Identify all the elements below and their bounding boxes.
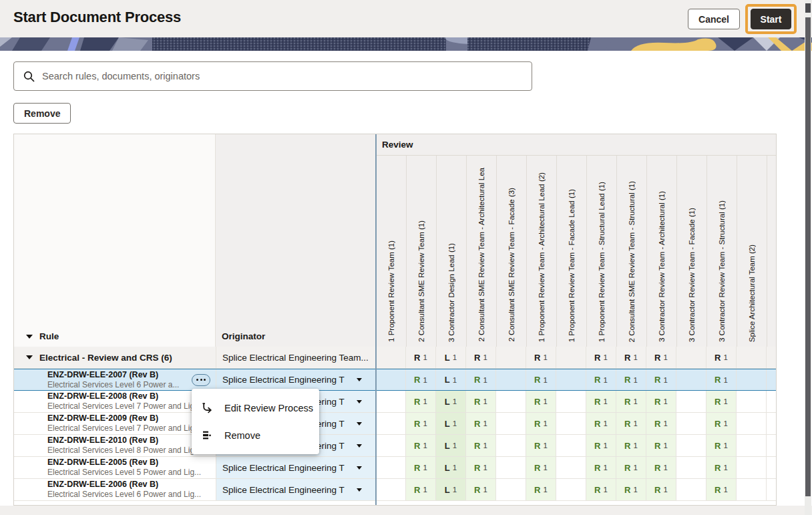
table-row[interactable]: ENZ-DRW-ELE-2007 (Rev B)Electrical Servi… (14, 369, 776, 391)
review-cell-filler (766, 369, 776, 390)
review-value-letter: R (624, 441, 630, 451)
review-value-count: 1 (603, 486, 607, 494)
group-expand-arrow-icon[interactable] (26, 355, 33, 359)
review-value-count: 1 (723, 464, 727, 472)
review-value-letter: R (624, 485, 630, 495)
review-column-label: Splice Architectural Team (2) (748, 244, 756, 342)
menu-item-label: Edit Review Process (224, 403, 313, 413)
table-row[interactable]: ENZ-DRW-ELE-2008 (Rev B)Electrical Servi… (14, 391, 776, 413)
review-column-label: 2 Consultant SME Review Team (1) (417, 220, 425, 342)
table-row[interactable]: ENZ-DRW-ELE-2006 (Rev B)Electrical Servi… (14, 479, 776, 501)
review-cell: R1 (646, 479, 676, 500)
review-cell: R1 (706, 435, 736, 456)
review-column-header: 2 Consultant SME Review Team - Structura… (617, 156, 647, 347)
review-value-count: 1 (633, 419, 637, 427)
review-value-count: 1 (633, 464, 637, 472)
review-value-count: 1 (633, 397, 637, 405)
originator-select[interactable]: Splice Electrical Engineering T (216, 479, 375, 500)
review-value-letter: R (534, 485, 540, 495)
search-icon (23, 71, 35, 82)
review-cell: R1 (616, 413, 646, 434)
review-value-letter: R (594, 485, 600, 495)
review-column-label: 3 Contractor Design Lead (1) (447, 243, 455, 342)
review-cell: L1 (435, 435, 465, 456)
review-value-letter: R (474, 353, 480, 363)
review-cell: R1 (405, 369, 435, 390)
review-value-letter: R (594, 375, 600, 385)
review-value-count: 1 (423, 353, 427, 361)
review-column-header: 2 Consultant SME Review Team - Facade (3… (497, 156, 527, 347)
start-button[interactable]: Start (751, 9, 791, 29)
review-cell: R1 (646, 413, 676, 434)
review-value-letter: R (594, 419, 600, 429)
review-value-count: 1 (483, 419, 487, 427)
review-cell (375, 435, 405, 456)
review-value-letter: R (534, 397, 540, 407)
review-cell (495, 391, 526, 412)
review-cell: R1 (586, 457, 616, 478)
review-value-letter: R (414, 463, 420, 473)
review-cell-filler (766, 435, 776, 456)
review-value-letter: R (414, 397, 420, 407)
originator-select[interactable]: Splice Electrical Engineering T (216, 369, 375, 390)
review-column-label: 2 Consultant SME Review Team - Architect… (477, 168, 485, 342)
table-row[interactable]: ENZ-DRW-ELE-2009 (Rev B)Electrical Servi… (14, 413, 776, 435)
review-cell: R1 (616, 457, 646, 478)
review-value-count: 1 (633, 353, 637, 361)
review-cell (736, 369, 766, 390)
review-cell: R1 (646, 347, 676, 368)
review-cell: L1 (435, 391, 465, 412)
review-value-count: 1 (483, 397, 487, 405)
review-value-count: 1 (663, 464, 667, 472)
remove-button[interactable]: Remove (13, 103, 71, 124)
page-title: Start Document Process (13, 9, 181, 26)
doc-number: ENZ-DRW-ELE-2005 (Rev B) (47, 458, 158, 468)
review-cell (676, 391, 706, 412)
review-value-count: 1 (543, 376, 547, 384)
review-value-count: 1 (663, 376, 667, 384)
review-value-letter: R (414, 353, 420, 363)
group-row[interactable]: Electrical - Review and CRS (6)Splice El… (14, 347, 776, 369)
originator-header-label: Originator (222, 331, 265, 341)
row-actions-button[interactable] (192, 374, 210, 386)
menu-item-remove[interactable]: Remove (192, 421, 319, 449)
review-cell: R1 (526, 457, 556, 478)
review-value-count: 1 (543, 464, 547, 472)
search-box (13, 61, 532, 91)
cancel-button[interactable]: Cancel (688, 9, 740, 29)
review-value-letter: R (474, 375, 480, 385)
review-value-count: 1 (453, 442, 457, 450)
search-input[interactable] (42, 71, 522, 81)
review-cell: R1 (526, 479, 556, 500)
review-cell (375, 479, 405, 500)
review-cell: R1 (586, 369, 616, 390)
doc-description: Electrical Services Level 6 Power a... (47, 380, 179, 390)
review-cell: R1 (706, 391, 736, 412)
edit-flow-icon (201, 402, 212, 413)
review-cell: R1 (586, 391, 616, 412)
collapse-all-icon[interactable] (26, 335, 33, 339)
review-cell-filler (766, 347, 776, 368)
scrollbar-up-arrow[interactable] (805, 3, 811, 13)
review-column-header: 2 Consultant SME Review Team - Architect… (467, 156, 497, 347)
menu-item-edit-review-process[interactable]: Edit Review Process (192, 394, 319, 421)
originator-select[interactable]: Splice Electrical Engineering T (216, 457, 375, 478)
vertical-scrollbar-thumb[interactable] (805, 17, 811, 496)
review-column-label: 3 Contractor Review Team - Architectural… (658, 191, 666, 342)
review-cell: R1 (405, 413, 435, 434)
review-value-count: 1 (723, 419, 727, 427)
review-cell: R1 (526, 369, 556, 390)
review-value-letter: L (445, 463, 450, 473)
table-row[interactable]: ENZ-DRW-ELE-2010 (Rev B)Electrical Servi… (14, 435, 776, 457)
review-value-letter: R (594, 397, 600, 407)
review-cell (495, 479, 526, 500)
review-value-count: 1 (543, 397, 547, 405)
table-row[interactable]: ENZ-DRW-ELE-2005 (Rev B)Electrical Servi… (14, 457, 776, 479)
review-value-count: 1 (483, 376, 487, 384)
review-value-letter: R (654, 463, 660, 473)
group-rule-cell: Electrical - Review and CRS (6) (14, 347, 216, 368)
table-header: Rule Originator Review 1 Proponent Revie… (14, 134, 776, 347)
review-value-count: 1 (453, 376, 457, 384)
review-value-count: 1 (723, 442, 727, 450)
review-value-count: 1 (423, 397, 427, 405)
